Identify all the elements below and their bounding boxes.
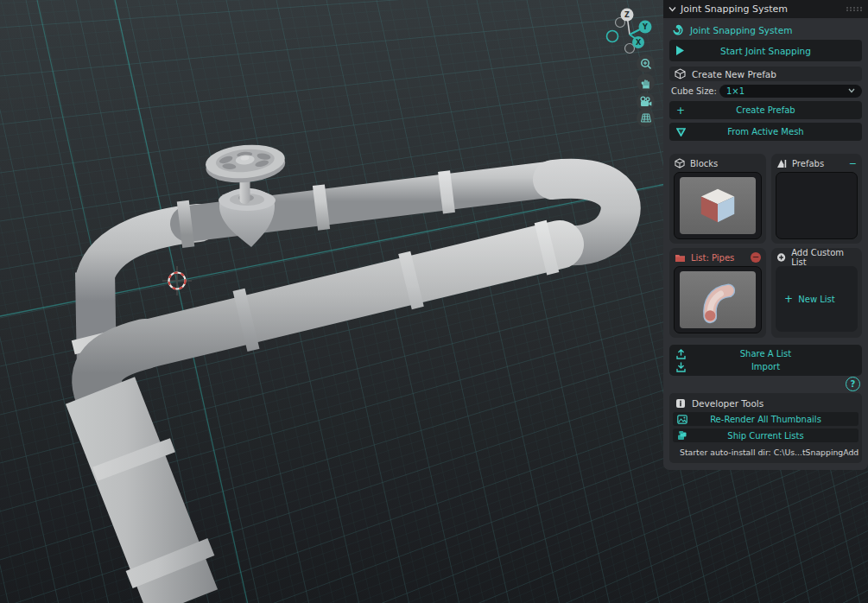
package-stack-icon xyxy=(677,430,687,441)
install-dir-text: Starter auto-install dir: C:\Us...tSnapp… xyxy=(680,447,858,457)
add-custom-list-title: Add Custom List xyxy=(791,248,857,267)
developer-tools-section: Developer Tools Re-Render All Thumbnails xyxy=(669,393,862,463)
developer-tools-title: Developer Tools xyxy=(692,398,763,409)
cube-render xyxy=(680,177,756,235)
prefabs-icon xyxy=(776,158,787,168)
camera-icon xyxy=(639,96,652,108)
create-new-prefab-header[interactable]: Create New Prefab xyxy=(669,67,862,81)
from-active-mesh-button[interactable]: From Active Mesh xyxy=(669,123,862,141)
install-dir-row: Starter auto-install dir: C:\Us...tSnapp… xyxy=(673,446,858,459)
help-row: ? xyxy=(669,376,862,392)
panel-body: Joint Snapping System Start Joint Snappi… xyxy=(663,18,868,470)
blocks-title: Blocks xyxy=(690,159,718,168)
new-list-button[interactable]: + New List xyxy=(776,266,858,332)
gizmo-neg-axis xyxy=(607,31,618,42)
add-custom-list-header: Add Custom List xyxy=(776,251,858,263)
create-prefab-label: Create Prefab xyxy=(736,105,795,115)
pipe-coupling xyxy=(131,453,136,467)
play-icon xyxy=(676,46,684,55)
folder-icon xyxy=(675,253,686,263)
gizmo-y-label: Y xyxy=(642,23,648,31)
upload-icon xyxy=(676,349,686,359)
gizmo-z-label: Z xyxy=(624,11,630,19)
pipe-coupling xyxy=(405,279,417,282)
cube-size-value: 1×1 xyxy=(726,86,744,96)
ship-current-lists-button[interactable]: Ship Current Lists xyxy=(673,428,858,442)
prefabs-thumbnail-area[interactable] xyxy=(776,172,858,239)
pan-button[interactable] xyxy=(637,73,655,92)
help-button[interactable]: ? xyxy=(846,377,860,391)
share-a-list-button[interactable]: Share A List xyxy=(675,347,857,360)
share-a-list-label: Share A List xyxy=(740,349,792,359)
chevron-down-icon xyxy=(848,88,855,93)
import-label: Import xyxy=(751,362,780,371)
import-button[interactable]: Import xyxy=(675,360,857,373)
navigation-gizmo[interactable]: Z Y X xyxy=(600,4,661,58)
ortho-grid-icon xyxy=(640,112,652,124)
cube-size-label: Cube Size: xyxy=(669,86,719,96)
ship-current-lists-label: Ship Current Lists xyxy=(727,431,803,441)
developer-tools-header[interactable]: Developer Tools xyxy=(673,397,858,409)
blender-window: Z Y X xyxy=(0,0,868,603)
rerender-thumbnails-button[interactable]: Re-Render All Thumbnails xyxy=(673,412,858,426)
plus-circle-icon xyxy=(776,252,786,263)
pipe-elbow-render xyxy=(680,271,756,329)
blocks-thumbnail[interactable] xyxy=(674,172,762,239)
remove-list-button[interactable]: − xyxy=(751,252,761,263)
pan-hand-icon xyxy=(640,77,652,89)
create-prefab-button[interactable]: + Create Prefab xyxy=(669,101,862,119)
pipes-list-title: List: Pipes xyxy=(691,253,734,263)
addon-logo-icon xyxy=(672,24,684,36)
pipes-list-card: List: Pipes − xyxy=(669,248,766,338)
zoom-icon xyxy=(640,58,652,70)
image-icon xyxy=(677,415,687,424)
blocks-card: Blocks xyxy=(669,154,766,244)
cube-icon xyxy=(675,158,685,168)
pipes-list-header[interactable]: List: Pipes − xyxy=(674,251,762,263)
blocks-header[interactable]: Blocks xyxy=(674,157,762,169)
start-button-label: Start Joint Snapping xyxy=(720,46,811,56)
plus-icon: + xyxy=(784,293,793,305)
chevron-down-icon xyxy=(668,6,676,12)
new-list-label: New List xyxy=(798,295,834,304)
panel-grip[interactable] xyxy=(846,7,863,11)
pipes-thumbnail[interactable] xyxy=(674,266,762,333)
cube-icon xyxy=(675,68,686,79)
start-joint-snapping-button[interactable]: Start Joint Snapping xyxy=(669,40,862,61)
ortho-toggle-button[interactable] xyxy=(637,109,655,127)
question-icon: ? xyxy=(851,379,856,389)
plus-icon: + xyxy=(676,105,685,117)
download-icon xyxy=(676,362,686,372)
mesh-triangle-icon xyxy=(676,128,686,136)
camera-view-button[interactable] xyxy=(637,92,655,111)
n-panel: Joint Snapping System Joint Snapping Sys… xyxy=(663,0,868,470)
prefabs-card: Prefabs − xyxy=(771,154,862,244)
collapse-prefabs-button[interactable]: − xyxy=(849,159,857,168)
prefabs-header[interactable]: Prefabs − xyxy=(776,157,858,169)
create-section-title: Create New Prefab xyxy=(692,69,776,79)
from-active-mesh-label: From Active Mesh xyxy=(727,127,803,136)
zoom-button[interactable] xyxy=(637,54,655,73)
panel-title: Joint Snapping System xyxy=(681,3,788,15)
cube-size-dropdown[interactable]: 1×1 xyxy=(719,85,862,98)
pipe-coupling xyxy=(440,192,453,194)
gizmo-x-label: X xyxy=(636,39,642,47)
add-custom-list-card: Add Custom List + New List xyxy=(771,248,862,338)
share-section: Share A List Import xyxy=(669,345,862,376)
panel-header[interactable]: Joint Snapping System xyxy=(663,0,868,18)
cube-size-row: Cube Size: 1×1 xyxy=(669,84,862,98)
pipe-coupling xyxy=(315,206,327,208)
prefabs-title: Prefabs xyxy=(792,159,824,168)
rerender-thumbnails-label: Re-Render All Thumbnails xyxy=(710,415,821,424)
pipe-coupling xyxy=(541,246,553,249)
pipe-coupling xyxy=(180,224,192,225)
addon-title: Joint Snapping System xyxy=(690,25,792,35)
pipe-coupling xyxy=(240,319,252,321)
pipe-coupling xyxy=(167,555,174,572)
info-icon xyxy=(675,398,686,409)
addon-title-row: Joint Snapping System xyxy=(669,22,862,38)
